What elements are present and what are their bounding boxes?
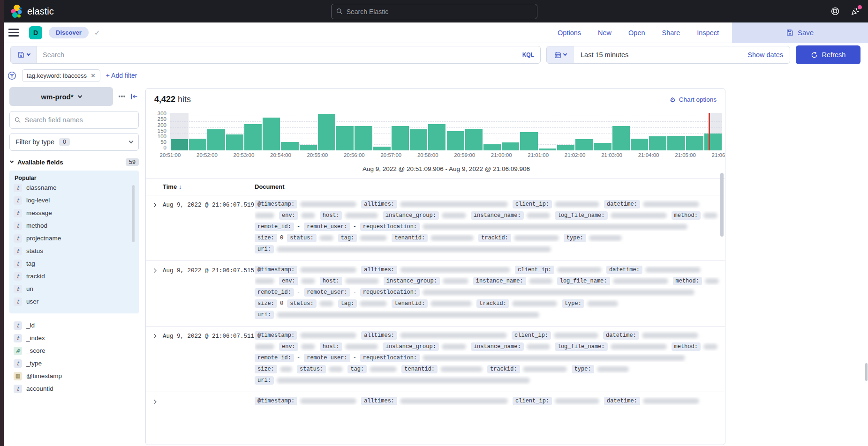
global-header: elastic xyxy=(0,0,868,22)
index-pattern-name: wm-prod* xyxy=(41,93,73,101)
x-axis-tick: 21:04:00 xyxy=(638,152,659,158)
field-item-@timestamp[interactable]: ▦@timestamp xyxy=(14,370,139,382)
save-button[interactable]: Save xyxy=(732,22,868,43)
text-type-icon: t xyxy=(14,297,22,306)
elastic-logo[interactable]: elastic xyxy=(10,4,54,18)
sidebar-scrollbar[interactable] xyxy=(132,185,135,242)
inspect-link[interactable]: Inspect xyxy=(697,29,719,37)
global-search-box[interactable] xyxy=(331,4,537,19)
text-type-icon: t xyxy=(14,272,22,281)
field-chip: method: xyxy=(673,277,702,285)
row-timestamp: Aug 9, 2022 @ 21:06:07.515 xyxy=(163,268,254,274)
chart-options-button[interactable]: ⚙ Chart options xyxy=(670,96,717,104)
redacted-value xyxy=(555,398,599,404)
show-dates-button[interactable]: Show dates xyxy=(747,51,790,59)
field-item-projectname[interactable]: tprojectname xyxy=(14,232,139,245)
time-range-value[interactable]: Last 15 minutes xyxy=(574,51,628,59)
collapse-sidebar-icon[interactable] xyxy=(131,93,138,100)
field-item-method[interactable]: tmethod xyxy=(14,219,139,232)
histogram-chart[interactable]: 050100150200250300 20:51:0020:52:0020:53… xyxy=(146,106,725,178)
histogram-bar xyxy=(704,134,722,150)
filter-pill-tag-keyword[interactable]: tag.keyword: lbaccess ✕ xyxy=(22,69,100,82)
field-item-trackid[interactable]: ttrackid xyxy=(14,270,139,282)
table-row: Aug 9, 2022 @ 21:06:07.515@timestamp:all… xyxy=(146,260,725,326)
redacted-value xyxy=(255,278,274,284)
field-item-accountid[interactable]: taccountid xyxy=(14,382,139,395)
table-row: @timestamp:alltimes:client_ip:datetime: xyxy=(146,392,725,412)
field-chip: size: xyxy=(255,299,277,308)
page-scrollbar[interactable] xyxy=(865,363,868,381)
expand-row-icon[interactable] xyxy=(152,400,157,404)
refresh-icon xyxy=(811,52,818,59)
doc-table-scrollbar[interactable] xyxy=(720,173,724,237)
news-icon[interactable] xyxy=(851,7,860,16)
options-link[interactable]: Options xyxy=(558,29,581,37)
histogram-bar xyxy=(630,139,649,150)
redacted-value xyxy=(319,301,333,306)
field-chip: alltimes: xyxy=(361,200,397,208)
index-pattern-selector[interactable]: wm-prod* xyxy=(9,87,113,106)
filter-icon xyxy=(8,71,16,80)
text-type-icon: t xyxy=(14,334,22,342)
expand-row-icon[interactable] xyxy=(152,203,157,208)
x-axis-tick: 21:01:00 xyxy=(528,152,549,158)
discover-app-badge[interactable]: D xyxy=(29,26,42,39)
field-chip: instance_group: xyxy=(383,342,439,351)
x-axis-tick: 21:05:00 xyxy=(675,152,696,158)
saved-query-menu-button[interactable] xyxy=(11,46,37,63)
field-search-input[interactable] xyxy=(25,116,134,124)
share-link[interactable]: Share xyxy=(662,29,680,37)
breadcrumb[interactable]: Discover xyxy=(49,27,89,38)
remove-filter-icon[interactable]: ✕ xyxy=(91,72,96,79)
add-filter-button[interactable]: + Add filter xyxy=(106,72,137,79)
sort-desc-icon[interactable]: ↓ xyxy=(179,183,182,190)
refresh-button[interactable]: Refresh xyxy=(796,45,860,64)
field-value: - xyxy=(353,289,356,296)
table-row: Aug 9, 2022 @ 21:06:07.519@timestamp:all… xyxy=(146,195,725,260)
histogram-bar xyxy=(226,134,244,150)
field-chip: requestlocation: xyxy=(360,223,420,231)
available-fields-count: 59 xyxy=(126,158,139,166)
global-search-input[interactable] xyxy=(347,8,532,15)
field-item-message[interactable]: tmessage xyxy=(14,207,139,219)
field-chip: status: xyxy=(287,299,316,308)
menu-icon[interactable] xyxy=(8,29,19,37)
field-search-box[interactable] xyxy=(9,111,139,129)
date-quick-menu-button[interactable] xyxy=(547,46,574,63)
field-chip: remote_id: xyxy=(255,288,294,297)
field-name: projectname xyxy=(26,235,61,242)
field-item-log-level[interactable]: tlog-level xyxy=(14,194,139,207)
query-language-button[interactable]: KQL xyxy=(516,52,540,58)
expand-row-icon[interactable] xyxy=(152,268,157,273)
open-link[interactable]: Open xyxy=(628,29,645,37)
redacted-value xyxy=(442,213,466,218)
redacted-value xyxy=(643,201,699,207)
help-icon[interactable] xyxy=(831,7,839,15)
field-chip: tenantid: xyxy=(392,299,428,308)
available-fields-header[interactable]: Available fields 59 xyxy=(9,158,139,166)
field-item-_id[interactable]: t_id xyxy=(14,319,139,332)
discover-panel: 4,422 hits ⚙ Chart options 0501001502002… xyxy=(145,88,725,445)
field-chip: alltimes: xyxy=(361,266,397,274)
field-item-_index[interactable]: t_index xyxy=(14,332,139,344)
redacted-value xyxy=(527,213,550,218)
filter-by-type-select[interactable]: Filter by type 0 xyxy=(9,133,139,151)
field-settings-icon[interactable] xyxy=(119,94,125,99)
field-chip: instance_group: xyxy=(383,211,439,220)
field-item-tag[interactable]: ttag xyxy=(14,257,139,270)
field-item-classname[interactable]: tclassname xyxy=(14,181,139,194)
gridline xyxy=(170,121,722,122)
field-item-status[interactable]: tstatus xyxy=(14,245,139,257)
query-search-input[interactable] xyxy=(37,46,516,63)
redacted-value xyxy=(645,267,701,273)
field-item-uri[interactable]: turi xyxy=(14,282,139,295)
field-item-_type[interactable]: t_type xyxy=(14,357,139,370)
new-link[interactable]: New xyxy=(598,29,611,37)
search-icon xyxy=(336,8,343,15)
text-type-icon: t xyxy=(14,222,22,230)
field-item-user[interactable]: tuser xyxy=(14,295,139,308)
field-item-_score[interactable]: #_score xyxy=(14,344,139,357)
field-name: classname xyxy=(26,184,57,191)
time-column-header[interactable]: Time↓ xyxy=(163,183,255,190)
expand-row-icon[interactable] xyxy=(152,334,157,339)
